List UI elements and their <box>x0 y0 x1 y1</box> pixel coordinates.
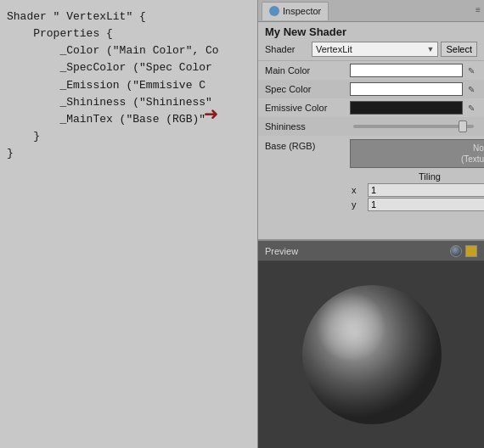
code-text: Shader " VertexLit" { Properties { _Colo… <box>7 8 250 162</box>
main-color-swatch <box>351 64 462 76</box>
spec-color-edit-icon[interactable]: ✎ <box>465 83 477 95</box>
preview-cube-button[interactable] <box>465 245 477 257</box>
spec-color-swatch <box>351 83 462 95</box>
base-rgb-row: Base (RGB) None (Texture2D) Tiling Offse… <box>258 136 484 231</box>
arrow-icon: ➜ <box>204 103 218 129</box>
base-rgb-label: Base (RGB) <box>265 139 350 151</box>
main-color-row: Main Color ✎ <box>258 61 484 80</box>
properties-section: Main Color ✎ Spec Color ✎ Emissive Color <box>258 60 484 136</box>
preview-canvas <box>258 261 484 448</box>
preview-section: Preview <box>258 239 484 448</box>
preview-sphere-button[interactable] <box>450 245 462 257</box>
inspector-panel: Inspector ≡ My New Shader Shader VertexL… <box>257 0 484 448</box>
main-color-label: Main Color <box>265 65 350 76</box>
emissive-color-edit-icon[interactable]: ✎ <box>465 102 477 114</box>
spec-color-row: Spec Color ✎ <box>258 80 484 98</box>
inspector-content: My New Shader Shader VertexLit ▼ Select … <box>258 22 484 239</box>
x-label: x <box>350 183 367 197</box>
shininess-slider-thumb[interactable] <box>459 120 467 132</box>
tiling-header: Tiling <box>368 171 484 182</box>
spec-color-label: Spec Color <box>265 84 350 94</box>
main-color-box[interactable] <box>350 64 463 77</box>
empty-header <box>350 171 367 182</box>
tab-label: Inspector <box>283 6 321 16</box>
emissive-color-box[interactable] <box>350 101 463 115</box>
tab-options[interactable]: ≡ <box>476 6 481 15</box>
inspector-tab[interactable]: Inspector <box>262 2 329 20</box>
texture-select-row: Select <box>350 214 484 227</box>
shininess-slider-area <box>350 125 477 128</box>
tiling-offset-grid: Tiling Offset x y <box>350 171 484 211</box>
emissive-color-row: Emissive Color ✎ <box>258 98 484 117</box>
texture-none-label: None <box>354 143 484 154</box>
dropdown-arrow-icon: ▼ <box>427 45 435 53</box>
texture-box[interactable]: None (Texture2D) <box>350 139 484 168</box>
y-label: y <box>350 198 367 211</box>
tab-icon <box>269 6 279 16</box>
code-panel: Shader " VertexLit" { Properties { _Colo… <box>0 0 257 448</box>
options-icon: ≡ <box>476 6 481 15</box>
arrow-container: ➜ <box>204 100 218 129</box>
tiling-y-input[interactable] <box>368 198 484 211</box>
shader-label: Shader <box>265 44 312 54</box>
shader-dropdown[interactable]: VertexLit ▼ <box>312 42 438 57</box>
spec-color-box[interactable] <box>350 82 463 96</box>
shader-row: Shader VertexLit ▼ Select <box>258 40 484 59</box>
main-color-edit-icon[interactable]: ✎ <box>465 64 477 76</box>
tiling-x-input[interactable] <box>368 183 484 197</box>
emissive-color-swatch <box>351 102 462 114</box>
texture-area: None (Texture2D) Tiling Offset x y Selec… <box>350 139 484 227</box>
preview-sphere-svg <box>295 278 448 431</box>
inspector-title: My New Shader <box>258 22 484 40</box>
shininess-row: Shininess <box>258 117 484 136</box>
svg-point-1 <box>302 285 442 424</box>
tab-bar: Inspector ≡ <box>258 0 484 22</box>
shader-select-button[interactable]: Select <box>441 42 477 57</box>
shader-dropdown-value: VertexLit <box>316 44 427 54</box>
preview-label: Preview <box>265 246 450 256</box>
shininess-label: Shininess <box>265 121 350 132</box>
preview-header: Preview <box>258 241 484 261</box>
texture-type-label: (Texture2D) <box>354 154 484 165</box>
shininess-slider[interactable] <box>353 125 474 128</box>
emissive-color-label: Emissive Color <box>265 103 350 113</box>
